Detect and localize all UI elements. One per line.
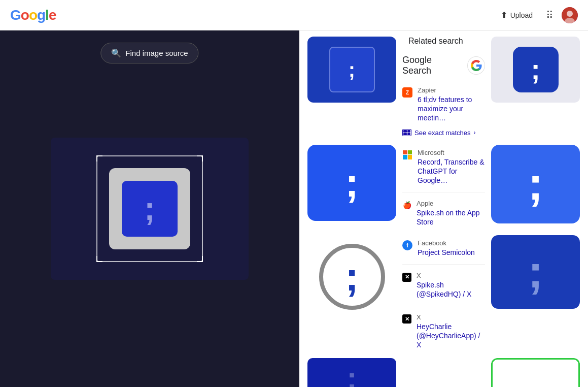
zapier-icon: Z [402, 87, 412, 98]
main-content: 🔍 Find image source ; [0, 30, 588, 387]
apps-grid-icon[interactable]: ⠿ [546, 9, 554, 21]
thumb-right-3-bg: ; [491, 235, 580, 309]
semicolon-right-4: ; [529, 376, 542, 387]
thumb-right-3[interactable]: ; [491, 235, 580, 309]
mid-col-2: Microsoft Record, Transcribe & ChatGPT f… [396, 145, 491, 231]
source-facebook[interactable]: f Facebook Project Semicolon [402, 235, 485, 261]
circle-semicolon-bg: ; [307, 235, 396, 319]
thumb-right-2[interactable]: ; [491, 145, 580, 223]
apple-title: Spike.sh on the App Store [417, 208, 485, 227]
corner-br [197, 256, 203, 262]
thumb-1[interactable]: ; [307, 37, 396, 103]
thumb-2-bg: ; [307, 145, 396, 221]
source-microsoft[interactable]: Microsoft Record, Transcribe & ChatGPT f… [402, 145, 485, 189]
semicolon-right-1: ; [531, 57, 540, 82]
zapier-title: 6 tl;dv features to maximize your meetin… [418, 95, 485, 123]
google-search-row[interactable]: Google Search [402, 51, 485, 82]
microsoft-icon [402, 150, 412, 160]
microsoft-title: Record, Transcribe & ChatGPT for Google… [418, 157, 485, 185]
image-preview: ; [51, 138, 249, 280]
zapier-name: Zapier [418, 86, 485, 94]
right-panel[interactable]: ; Related search Google Search [299, 30, 588, 387]
third-row: ; f Facebook Project Semicolon ✕ [307, 235, 580, 354]
x-2-name: X [417, 313, 485, 321]
see-exact-matches[interactable]: See exact matches › [402, 127, 485, 141]
corner-tr [197, 155, 203, 162]
header-right: ⬆ Upload ⠿ [496, 7, 578, 23]
x-icon-2: ✕ [402, 314, 411, 324]
upload-button[interactable]: ⬆ Upload [496, 7, 538, 23]
divider-2 [402, 264, 485, 265]
thumb-right-1-bg: ; [491, 37, 580, 103]
google-logo[interactable]: Google [10, 7, 56, 23]
avatar[interactable] [562, 7, 578, 23]
header: Google ⬆ Upload ⠿ [0, 0, 588, 30]
apple-info: Apple Spike.sh on the App Store [417, 200, 485, 227]
facebook-info: Facebook Project Semicolon [418, 239, 485, 257]
x-2-info: X HeyCharlie (@HeyCharlieApp) / X [417, 313, 485, 350]
source-x-1[interactable]: ✕ X Spike.sh (@SpikedHQ) / X [402, 268, 485, 303]
semicolon-4: ; [347, 361, 357, 387]
upload-label: Upload [510, 11, 533, 19]
google-g-icon[interactable] [467, 56, 485, 75]
facebook-name: Facebook [418, 239, 485, 247]
source-apple[interactable]: 🍎 Apple Spike.sh on the App Store [402, 196, 485, 231]
divider-1 [402, 192, 485, 192]
thumb-1-inner-card: ; [329, 47, 375, 92]
microsoft-info: Microsoft Record, Transcribe & ChatGPT f… [418, 149, 485, 185]
x-1-info: X Spike.sh (@SpikedHQ) / X [417, 272, 485, 299]
x-1-title: Spike.sh (@SpikedHQ) / X [417, 280, 485, 299]
x-icon-1: ✕ [402, 273, 411, 282]
mid-col-3: f Facebook Project Semicolon ✕ X Spike.s… [396, 235, 491, 354]
zapier-info: Zapier 6 tl;dv features to maximize your… [418, 86, 485, 123]
facebook-icon: f [402, 240, 412, 250]
find-image-button[interactable]: 🔍 Find image source [100, 43, 198, 63]
thumb-4[interactable]: ; [307, 358, 396, 387]
thumb-right-4-bg: ; [491, 358, 580, 387]
top-row: ; Related search Google Search [307, 37, 580, 141]
blue-icon-1: ; [513, 47, 559, 92]
semicolon-right-2: ; [528, 164, 543, 205]
upload-icon: ⬆ [501, 10, 507, 20]
see-exact-label: See exact matches [414, 129, 471, 137]
apple-icon: 🍎 [402, 201, 411, 210]
inner-image: ; [109, 168, 190, 249]
thumb-4-bg: ; [307, 358, 396, 387]
semicolon-1: ; [349, 58, 355, 81]
second-row: ; Microsoft Recor [307, 145, 580, 231]
google-search-label: Google Search [402, 55, 461, 76]
mid-col-bottom [396, 358, 491, 387]
lens-icon: 🔍 [111, 48, 121, 58]
x-2-title: HeyCharlie (@HeyCharlieApp) / X [417, 322, 485, 350]
svg-point-1 [567, 11, 573, 17]
semicolon-circle: ; [345, 259, 359, 295]
left-panel: 🔍 Find image source ; [0, 30, 299, 387]
thumb-right-1[interactable]: ; [491, 37, 580, 103]
x-1-name: X [417, 272, 485, 279]
thumb-2[interactable]: ; [307, 145, 396, 221]
microsoft-name: Microsoft [418, 149, 485, 156]
corner-bl [96, 256, 102, 262]
thumb-right-2-bg: ; [491, 145, 580, 223]
blue-card: ; [122, 181, 178, 237]
circle-outer: ; [319, 244, 385, 310]
chevron-right-icon: › [474, 129, 476, 136]
source-zapier[interactable]: Z Zapier 6 tl;dv features to maximize yo… [402, 82, 485, 127]
thumb-3[interactable]: ; [307, 235, 396, 319]
semicolon-inner: ; [144, 192, 155, 225]
thumb-1-bg: ; [307, 37, 396, 103]
header-left: Google [10, 7, 56, 23]
semicolon-right-3: ; [528, 251, 543, 293]
mid-col-top: Related search Google Search Z [396, 37, 491, 141]
thumb-right-4[interactable]: ; [491, 358, 580, 387]
source-x-2[interactable]: ✕ X HeyCharlie (@HeyCharlieApp) / X [402, 309, 485, 354]
bottom-row: ; ; [307, 358, 580, 387]
corner-tl [96, 155, 102, 162]
semicolon-2: ; [345, 165, 359, 201]
find-image-label: Find image source [125, 49, 188, 57]
facebook-title: Project Semicolon [418, 248, 485, 257]
divider-3 [402, 306, 485, 306]
see-exact-icon [402, 129, 411, 136]
apple-name: Apple [417, 200, 485, 207]
related-search-title: Related search [402, 37, 485, 46]
